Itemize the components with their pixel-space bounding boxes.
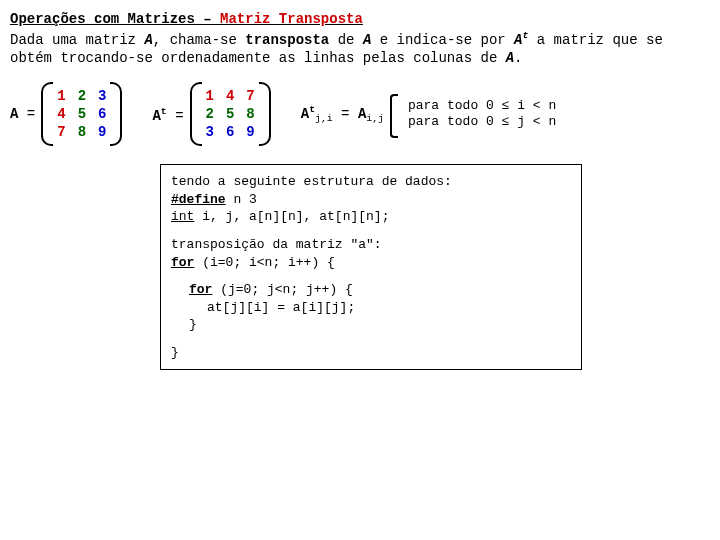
- cell: 1: [57, 88, 65, 104]
- page-title: Operações com Matrizes – Matriz Transpos…: [10, 11, 363, 27]
- cell: 2: [78, 88, 86, 104]
- sym-A: A: [506, 50, 514, 66]
- cell: 9: [98, 124, 106, 140]
- paren-right-icon: [261, 82, 271, 146]
- kw-for: for: [171, 255, 194, 270]
- kw-int: int: [171, 209, 194, 224]
- kw-define: #define: [171, 192, 226, 207]
- cell: 3: [98, 88, 106, 104]
- code-line: int i, j, a[n][n], at[n][n];: [171, 209, 389, 224]
- sym-A: A: [144, 32, 152, 48]
- transpose-formula: Atj,i = Ai,j: [301, 104, 384, 124]
- header-block: Operações com Matrizes – Matriz Transpos…: [10, 10, 710, 68]
- brace-icon: [390, 94, 398, 138]
- txt: para todo 0: [408, 114, 502, 129]
- txt: .: [514, 50, 522, 66]
- matrix-a-grid: 1 2 3 4 5 6 7 8 9: [51, 82, 112, 146]
- matrix-a: 1 2 3 4 5 6 7 8 9: [41, 82, 122, 146]
- txt: j,i: [315, 114, 333, 125]
- cond-line: para todo 0 ≤ j < n: [408, 114, 556, 130]
- txt: para todo 0: [408, 98, 502, 113]
- paren-right-icon: [112, 82, 122, 146]
- blank-line: [171, 334, 571, 344]
- txt: i, j, a[n][n], at[n][n];: [194, 209, 389, 224]
- cell: 5: [226, 106, 234, 122]
- code-line: tendo a seguinte estrutura de dados:: [171, 174, 452, 189]
- cell: 7: [57, 124, 65, 140]
- blank-line: [171, 226, 571, 236]
- matrix-at-label: At =: [152, 106, 183, 124]
- matrix-a-label: A =: [10, 106, 35, 122]
- paren-left-icon: [41, 82, 51, 146]
- sym-At: At: [514, 32, 528, 48]
- txt: (i=0; i<n; i++) {: [194, 255, 334, 270]
- cell: 1: [206, 88, 214, 104]
- cell: 3: [206, 124, 214, 140]
- txt: de: [329, 32, 363, 48]
- cell: 6: [98, 106, 106, 122]
- code-line: at[j][i] = a[i][j];: [171, 299, 571, 317]
- cell: 4: [57, 106, 65, 122]
- code-line: }: [171, 345, 179, 360]
- cond-line: para todo 0 ≤ i < n: [408, 98, 556, 114]
- txt: e indica-se por: [371, 32, 514, 48]
- title-prefix: Operações com Matrizes –: [10, 11, 220, 27]
- cell: 6: [226, 124, 234, 140]
- txt: i < n: [509, 98, 556, 113]
- code-line: }: [171, 316, 571, 334]
- cell: 5: [78, 106, 86, 122]
- matrix-at-grid: 1 4 7 2 5 8 3 6 9: [200, 82, 261, 146]
- code-line: for (j=0; j<n; j++) {: [171, 281, 571, 299]
- matrix-at: 1 4 7 2 5 8 3 6 9: [190, 82, 271, 146]
- title-highlight: Matriz Transposta: [220, 11, 363, 27]
- kw-for: for: [189, 282, 212, 297]
- intro-text: Dada uma matriz A, chama-se transposta d…: [10, 32, 663, 67]
- conditions: para todo 0 ≤ i < n para todo 0 ≤ j < n: [408, 98, 556, 131]
- cell: 8: [246, 106, 254, 122]
- txt: A: [514, 32, 522, 48]
- paren-left-icon: [190, 82, 200, 146]
- txt: A: [152, 107, 160, 123]
- code-line: for (i=0; i<n; i++) {: [171, 255, 335, 270]
- txt: j < n: [509, 114, 556, 129]
- txt: =: [167, 107, 184, 123]
- txt: =: [18, 106, 35, 122]
- cell: 4: [226, 88, 234, 104]
- cell: 7: [246, 88, 254, 104]
- txt: (j=0; j<n; j++) {: [212, 282, 352, 297]
- txt: A: [301, 106, 309, 122]
- cell: 8: [78, 124, 86, 140]
- txt: i,j: [366, 114, 384, 125]
- cell: 9: [246, 124, 254, 140]
- code-box: tendo a seguinte estrutura de dados: #de…: [160, 164, 582, 370]
- txt: , chama-se: [153, 32, 245, 48]
- word-transposta: transposta: [245, 32, 329, 48]
- code-line: transposição da matriz "a":: [171, 237, 382, 252]
- txt: n 3: [226, 192, 257, 207]
- txt: =: [333, 106, 358, 122]
- blank-line: [171, 271, 571, 281]
- cell: 2: [206, 106, 214, 122]
- txt: Dada uma matriz: [10, 32, 144, 48]
- code-line: #define n 3: [171, 192, 257, 207]
- matrix-row: A = 1 2 3 4 5 6 7 8 9 At = 1 4 7 2 5 8 3: [10, 82, 710, 146]
